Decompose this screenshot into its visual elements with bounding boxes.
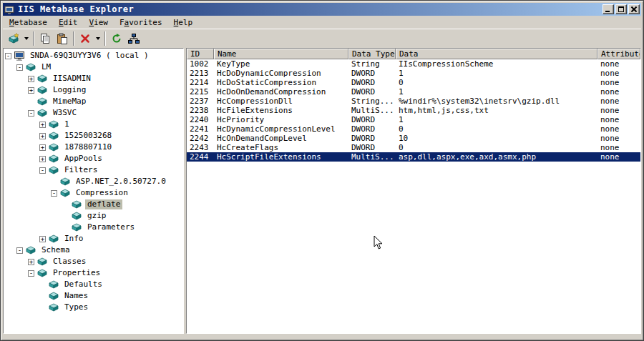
refresh-button[interactable] <box>108 31 125 47</box>
expand-toggle[interactable]: - <box>39 167 46 174</box>
expand-toggle[interactable]: - <box>5 53 11 59</box>
menu-item-view[interactable]: View <box>83 17 114 28</box>
column-header-data[interactable]: Data <box>396 49 597 59</box>
tree-item-names[interactable]: Names <box>4 290 183 302</box>
tree-item-info[interactable]: +Info <box>4 233 183 244</box>
tree-item-gzip[interactable]: gzip <box>4 210 183 222</box>
cell-name: HcCompressionDll <box>214 97 348 106</box>
tree-item-label: Logging <box>51 85 88 95</box>
tree-item-label: W3SVC <box>51 108 79 118</box>
expand-toggle[interactable]: + <box>39 156 46 162</box>
tree-item-1878807110[interactable]: +1878807110 <box>4 142 183 153</box>
copy-button[interactable] <box>36 31 54 47</box>
expand-toggle[interactable]: + <box>28 76 34 82</box>
tree-item-label: gzip <box>85 211 109 221</box>
tree-item-apppools[interactable]: +AppPools <box>4 153 183 164</box>
tree-item-classes[interactable]: +Classes <box>4 256 183 267</box>
tree-item-1525003268[interactable]: +1525003268 <box>4 130 183 142</box>
cell-name: HcScriptFileExtensions <box>214 152 348 162</box>
tree-item-iisadmin[interactable]: +IISADMIN <box>4 73 183 84</box>
cell-data: 0 <box>396 143 597 152</box>
table-row[interactable]: 2242HcOnDemandCompLevelDWORD10none <box>187 134 640 143</box>
node-icon <box>37 109 49 117</box>
expand-toggle[interactable]: + <box>39 122 46 128</box>
cell-id: 1002 <box>187 59 214 69</box>
tree-item-mimemap[interactable]: MimeMap <box>4 96 183 107</box>
tree-item-deflate[interactable]: deflate <box>4 199 183 210</box>
tree-item-schema[interactable]: -Schema <box>4 244 183 256</box>
node-icon <box>37 86 49 94</box>
cell-data-type: MultiS... <box>348 106 396 115</box>
tree-item-types[interactable]: Types <box>4 302 183 313</box>
expand-toggle[interactable]: + <box>39 133 46 139</box>
close-icon <box>631 6 637 12</box>
table-row[interactable]: 2238HcFileExtensionsMultiS...htm,html,js… <box>187 106 640 115</box>
expand-toggle[interactable]: - <box>51 190 57 197</box>
delete-button-dropdown[interactable] <box>94 31 102 47</box>
node-icon <box>37 269 49 277</box>
tree-item-parameters[interactable]: Parameters <box>4 222 183 233</box>
maximize-button[interactable] <box>615 4 627 14</box>
cell-data-type: MultiS... <box>348 152 396 162</box>
tree-item-lm[interactable]: -LM <box>4 61 183 73</box>
expand-toggle[interactable]: - <box>16 247 23 254</box>
cell-attributes: none <box>597 134 640 143</box>
expand-toggle[interactable]: + <box>28 259 34 265</box>
expand-toggle[interactable]: - <box>16 64 23 71</box>
table-row[interactable]: 2244HcScriptFileExtensionsMultiS...asp,d… <box>187 152 640 162</box>
table-row[interactable]: 2214HcDoStaticCompressionDWORD0none <box>187 78 640 87</box>
expand-toggle[interactable]: + <box>39 236 46 242</box>
menu-item-favorites[interactable]: Favorites <box>114 17 168 28</box>
node-icon <box>37 257 49 266</box>
copy-icon <box>39 33 51 44</box>
minimize-button[interactable] <box>602 4 614 14</box>
column-header-attributes[interactable]: Attributes <box>597 49 640 59</box>
connect-button[interactable] <box>125 31 142 47</box>
new-item-button[interactable] <box>5 31 22 47</box>
expand-toggle[interactable]: - <box>28 270 34 277</box>
column-header-data-type[interactable]: Data Type <box>348 49 396 59</box>
tree-item-compression[interactable]: -Compression <box>4 187 183 199</box>
menu-item-metabase[interactable]: Metabase <box>4 17 53 28</box>
tree-item-asp-net-2-0-50727-0[interactable]: ASP.NET_2.0.50727.0 <box>4 176 183 187</box>
paste-button[interactable] <box>54 31 71 47</box>
cell-id: 2238 <box>187 106 214 115</box>
cell-name: KeyType <box>214 59 348 69</box>
cell-name: HcOnDemandCompLevel <box>214 134 348 143</box>
table-row[interactable]: 2243HcCreateFlagsDWORD0none <box>187 143 640 152</box>
tree-item-filters[interactable]: -Filters <box>4 164 183 176</box>
tree-item-1[interactable]: +1 <box>4 119 183 130</box>
node-icon <box>60 189 72 197</box>
new-item-button-dropdown[interactable] <box>22 31 31 47</box>
delete-button[interactable] <box>77 31 94 47</box>
tree-item-snda-69q3uyy3v6-local[interactable]: -SNDA-69Q3UYY3V6 ( local ) <box>4 50 183 61</box>
tree-item-w3svc[interactable]: -W3SVC <box>4 107 183 119</box>
table-row[interactable]: 2213HcDoDynamicCompressionDWORD1none <box>187 69 640 78</box>
node-icon <box>72 223 83 232</box>
table-row[interactable]: 2237HcCompressionDllString...%windir%\sy… <box>187 97 640 106</box>
column-header-name[interactable]: Name <box>214 49 348 59</box>
menu-item-help[interactable]: Help <box>168 17 199 28</box>
title-bar[interactable]: IIS Metabase Explorer <box>3 3 641 16</box>
table-body: 1002KeyTypeStringIIsCompressionSchemenon… <box>187 59 640 333</box>
expand-toggle[interactable]: + <box>39 144 46 151</box>
tree-item-logging[interactable]: +Logging <box>4 84 183 96</box>
table-row[interactable]: 2215HcDoOnDemandCompressionDWORD1none <box>187 87 640 97</box>
close-button[interactable] <box>628 4 640 14</box>
node-icon <box>37 74 49 83</box>
table-row[interactable]: 2240HcPriorityDWORD1none <box>187 115 640 124</box>
table-row[interactable]: 1002KeyTypeStringIIsCompressionSchemenon… <box>187 59 640 69</box>
tree-item-label: Properties <box>51 268 102 278</box>
cell-data: IIsCompressionScheme <box>396 59 597 69</box>
expand-toggle[interactable]: - <box>28 110 34 117</box>
expand-toggle[interactable]: + <box>28 87 34 94</box>
cell-data: %windir%\system32\inetsrv\gzip.dll <box>396 97 597 106</box>
column-header-id[interactable]: ID <box>187 49 214 59</box>
table-row[interactable]: 2241HcDynamicCompressionLevelDWORD0none <box>187 124 640 134</box>
menu-item-edit[interactable]: Edit <box>53 17 84 28</box>
maximize-icon <box>618 6 624 12</box>
cell-data-type: String <box>348 59 396 69</box>
cell-id: 2242 <box>187 134 214 143</box>
tree-item-properties[interactable]: -Properties <box>4 267 183 279</box>
tree-item-defaults[interactable]: Defaults <box>4 279 183 290</box>
